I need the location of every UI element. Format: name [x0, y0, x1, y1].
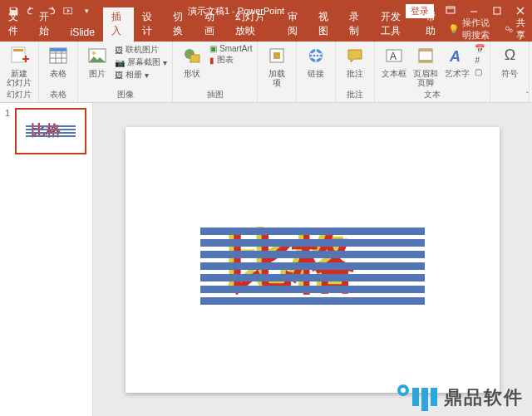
group-addins: 加载 项 — [258, 42, 297, 102]
qat-customize-icon[interactable]: ▾ — [80, 4, 93, 17]
date-time-icon[interactable]: 📅 — [475, 44, 485, 53]
smartart-icon: ▣ — [209, 44, 217, 53]
photo-album-button[interactable]: 🖼相册 ▾ — [115, 69, 149, 81]
slide-thumbnails-panel: 1 比格 — [0, 103, 93, 416]
online-pictures-button[interactable]: 🖼联机图片 — [115, 44, 159, 56]
symbol-icon: Ω — [498, 44, 521, 67]
svg-rect-19 — [419, 49, 432, 51]
svg-rect-20 — [419, 60, 432, 62]
screenshot-icon: 📷 — [115, 58, 125, 67]
tab-design[interactable]: 设计 — [134, 7, 165, 42]
smartart-button[interactable]: ▣SmartArt — [209, 44, 252, 53]
group-tables: 表格 表格 — [39, 42, 78, 102]
share-icon — [505, 25, 514, 34]
shapes-button[interactable]: 形状 — [178, 44, 206, 78]
table-button[interactable]: 表格 — [44, 44, 72, 78]
link-button[interactable]: 链接 — [302, 44, 330, 78]
tab-islide[interactable]: iSlide — [62, 24, 102, 42]
tab-transition[interactable]: 切换 — [165, 7, 195, 42]
redo-icon[interactable] — [43, 4, 57, 17]
slide-thumbnail-1[interactable]: 比格 — [15, 108, 86, 154]
table-icon — [47, 44, 70, 67]
group-links: 链接 — [297, 42, 336, 102]
group-illustrations: 形状 ▣SmartArt ▮图表 插图 — [173, 42, 258, 102]
tab-insert[interactable]: 插入 — [103, 7, 134, 42]
chart-button[interactable]: ▮图表 — [209, 54, 234, 66]
group-comments: 批注 批注 — [336, 42, 375, 102]
svg-point-4 — [510, 29, 512, 32]
ribbon: 新建 幻灯片 幻灯片 表格 表格 图片 🖼联机图片 📷屏幕截图 ▾ 🖼相册 ▾ … — [0, 42, 532, 103]
header-footer-icon — [414, 44, 437, 67]
wordart-object[interactable]: 比格 比格 — [200, 216, 425, 303]
slide-canvas[interactable]: 比格 比格 — [126, 127, 500, 393]
thumb-index: 1 — [5, 108, 12, 154]
comment-icon — [343, 44, 367, 67]
tab-help[interactable]: 帮助 — [417, 7, 448, 42]
addin-icon — [265, 44, 288, 67]
textbox-button[interactable]: A 文本框 — [380, 44, 408, 78]
save-icon[interactable] — [7, 4, 20, 17]
watermark: 鼎品软件 — [397, 384, 524, 411]
slide-editor-area[interactable]: 比格 比格 — [93, 103, 532, 416]
tab-review[interactable]: 审阅 — [279, 7, 310, 42]
quick-access-toolbar: ▾ — [0, 4, 100, 17]
tab-animation[interactable]: 动画 — [196, 7, 227, 42]
new-slide-icon — [7, 44, 31, 67]
svg-rect-8 — [50, 48, 66, 51]
picture-icon — [86, 44, 109, 67]
wordart-button[interactable]: A 艺术字 — [443, 44, 471, 78]
chart-icon: ▮ — [209, 56, 214, 65]
header-footer-button[interactable]: 页眉和页脚 — [411, 44, 440, 87]
album-icon: 🖼 — [115, 71, 123, 80]
picture-button[interactable]: 图片 — [83, 44, 111, 78]
group-text: A 文本框 页眉和页脚 A 艺术字 📅 # ▢ 文本 — [375, 42, 490, 102]
svg-rect-12 — [190, 55, 200, 62]
group-images: 图片 🖼联机图片 📷屏幕截图 ▾ 🖼相册 ▾ 图像 — [78, 42, 173, 102]
slide-number-icon[interactable]: # — [475, 56, 480, 65]
watermark-logo-icon — [397, 384, 437, 411]
tab-record[interactable]: 录制 — [341, 7, 372, 42]
ribbon-tabs: 文件 开始 iSlide 插入 设计 切换 动画 幻灯片放映 审阅 视图 录制 … — [0, 22, 532, 42]
svg-point-3 — [505, 27, 509, 30]
object-icon[interactable]: ▢ — [475, 67, 482, 76]
tab-view[interactable]: 视图 — [310, 7, 341, 42]
comment-button[interactable]: 批注 — [341, 44, 369, 78]
new-slide-button[interactable]: 新建 幻灯片 — [5, 44, 33, 87]
screenshot-button[interactable]: 📷屏幕截图 ▾ — [115, 56, 167, 68]
undo-icon[interactable] — [25, 4, 38, 17]
shapes-icon — [180, 44, 204, 67]
share-button[interactable]: 共享 — [505, 17, 525, 42]
svg-point-10 — [92, 51, 96, 55]
lightbulb-icon: 💡 — [448, 24, 460, 35]
wordart-icon: A — [446, 44, 469, 67]
textbox-icon: A — [382, 44, 406, 67]
svg-rect-14 — [273, 52, 280, 59]
svg-text:A: A — [390, 51, 397, 62]
tab-dev[interactable]: 开发工具 — [372, 7, 417, 42]
addins-button[interactable]: 加载 项 — [263, 44, 291, 87]
symbol-button[interactable]: Ω 符号 — [495, 44, 524, 78]
start-from-beginning-icon[interactable] — [62, 4, 75, 17]
link-icon — [304, 44, 328, 67]
group-slides: 新建 幻灯片 幻灯片 — [0, 42, 39, 102]
group-symbols: Ω 符号 — [490, 42, 530, 102]
tab-slideshow[interactable]: 幻灯片放映 — [227, 7, 279, 42]
globe-icon: 🖼 — [115, 46, 123, 55]
collapse-ribbon-icon[interactable]: ˇ — [526, 91, 529, 100]
svg-rect-2 — [494, 7, 500, 14]
workarea: 1 比格 比格 比格 — [0, 103, 532, 416]
svg-rect-6 — [13, 49, 23, 51]
tell-me-search[interactable]: 💡 操作说明搜索 — [448, 17, 496, 42]
svg-text:A: A — [449, 48, 461, 65]
watermark-text: 鼎品软件 — [444, 385, 524, 410]
